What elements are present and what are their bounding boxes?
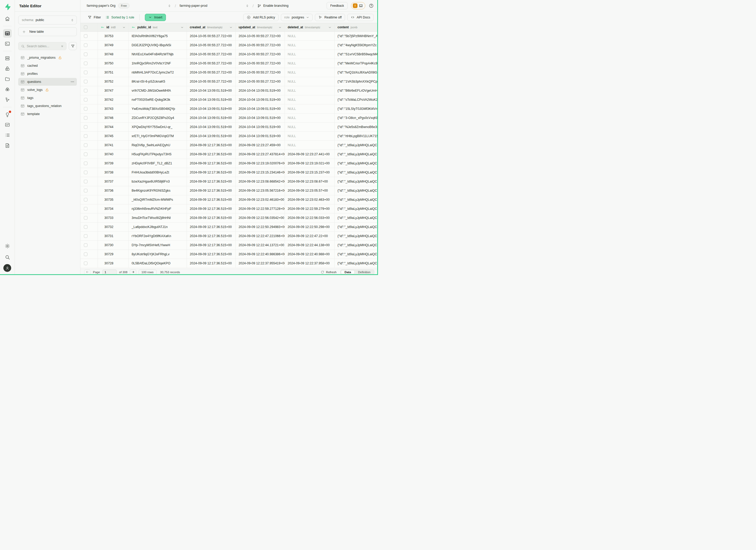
cell-deleted_at[interactable]: NULL bbox=[285, 104, 335, 113]
cell-public_id[interactable]: zHDq4c0F0VBF_TL2_dBZ1 bbox=[129, 159, 187, 168]
cell-created_at[interactable]: 2024-09-09 12:17:36.515+00 bbox=[187, 177, 236, 186]
cell-updated_at[interactable]: 2024-10-04 13:09:01.519+00 bbox=[236, 123, 285, 131]
cell-content[interactable]: {"id":"_Id9aLyJpMHQLaiQC bbox=[335, 241, 378, 250]
cell-created_at[interactable]: 2024-09-09 12:17:36.515+00 bbox=[187, 141, 236, 150]
api-docs-button[interactable]: API Docs bbox=[347, 14, 374, 21]
cell-updated_at[interactable]: 2024-10-04 13:09:01.519+00 bbox=[236, 132, 285, 140]
cell-created_at[interactable]: 2024-10-04 13:09:01.519+00 bbox=[187, 95, 236, 104]
row-checkbox[interactable] bbox=[84, 98, 87, 102]
cell-public_id[interactable]: YwEmuWdqT38XoSB048QYp bbox=[129, 104, 187, 113]
cell-public_id[interactable]: 8KraI-tSI-6-pSZcknaK5 bbox=[129, 77, 187, 86]
chevron-down-icon[interactable] bbox=[122, 26, 126, 29]
cell-content[interactable]: {"id":"_Id9aLyJpMHQLaiQC bbox=[335, 195, 378, 204]
cell-public_id[interactable]: vrIh7CMD-JtM1bOweMHfA bbox=[129, 86, 187, 95]
breadcrumb-project[interactable]: farming-paper-prod bbox=[180, 4, 207, 8]
cell-id[interactable]: 30736 bbox=[98, 186, 129, 195]
cell-created_at[interactable]: 2024-09-09 12:17:36.515+00 bbox=[187, 159, 236, 168]
chevron-down-icon[interactable] bbox=[180, 26, 184, 29]
nav-database[interactable] bbox=[3, 54, 12, 63]
column-header-public_id[interactable]: public_idtext bbox=[129, 23, 187, 31]
row-checkbox[interactable] bbox=[84, 234, 87, 238]
cell-id[interactable]: 30732 bbox=[98, 223, 129, 231]
cell-updated_at[interactable]: 2024-10-05 00:55:27.722+00 bbox=[236, 32, 285, 41]
row-checkbox[interactable] bbox=[84, 134, 87, 138]
cell-id[interactable]: 30735 bbox=[98, 195, 129, 204]
sidebar-table-solve_logs[interactable]: solve_logs bbox=[18, 86, 77, 94]
cell-updated_at[interactable]: 2024-10-04 13:09:01.519+00 bbox=[236, 86, 285, 95]
row-checkbox[interactable] bbox=[84, 125, 87, 129]
cell-public_id[interactable]: NhXEo1Xw04FnB4RzWTNjb bbox=[129, 50, 187, 59]
cell-created_at[interactable]: 2024-09-09 12:17:36.515+00 bbox=[187, 204, 236, 213]
cell-updated_at[interactable]: 2024-09-09 12:22:56.03542+00 bbox=[236, 213, 285, 222]
data-tab[interactable]: Data bbox=[341, 270, 355, 274]
row-checkbox[interactable] bbox=[84, 89, 87, 92]
cell-content[interactable]: {"id":"_Id9aLyJpMHQLaiQC bbox=[335, 150, 378, 159]
sidebar-table-template[interactable]: template bbox=[18, 110, 77, 118]
column-header-updated_at[interactable]: updated_attimestamptz bbox=[236, 23, 285, 31]
cell-public_id[interactable]: bzwXazHgax6UIR58j6Fn3 bbox=[129, 177, 187, 186]
cell-created_at[interactable]: 2024-09-09 12:17:36.515+00 bbox=[187, 186, 236, 195]
cell-created_at[interactable]: 2024-10-05 00:55:27.722+00 bbox=[187, 59, 236, 68]
cell-id[interactable]: 30737 bbox=[98, 177, 129, 186]
cell-content[interactable]: {"id":"4wyNgK55lOfrpmYZc bbox=[335, 41, 378, 50]
cell-updated_at[interactable]: 2024-09-09 12:22:44.13721+00 bbox=[236, 241, 285, 250]
cell-created_at[interactable]: 2024-09-09 12:17:36.515+00 bbox=[187, 259, 236, 268]
sort-button[interactable]: Sorted by 1 rule bbox=[105, 15, 134, 19]
row-checkbox[interactable] bbox=[84, 225, 87, 229]
cell-public_id[interactable]: nxFT002ISeRE-Qobg3K3k bbox=[129, 95, 187, 104]
cell-id[interactable]: 30746 bbox=[98, 113, 129, 122]
definition-tab[interactable]: Definition bbox=[355, 270, 374, 274]
cell-public_id[interactable]: nj336mN5reuRVNZrKHFpF bbox=[129, 204, 187, 213]
cell-updated_at[interactable]: 2024-09-09 12:23:02.46183+00 bbox=[236, 195, 285, 204]
row-checkbox[interactable] bbox=[84, 180, 87, 183]
cell-content[interactable]: {"id":"NJe5s8ZmBwnoB6e3s bbox=[335, 123, 378, 131]
cell-deleted_at[interactable]: NULL bbox=[285, 59, 335, 68]
cell-deleted_at[interactable]: NULL bbox=[285, 41, 335, 50]
cell-content[interactable]: {"id":"_Id9aLyJpMHQLaiQC bbox=[335, 232, 378, 240]
cell-updated_at[interactable]: 2024-09-09 12:23:08.668542+00 bbox=[236, 177, 285, 186]
cell-updated_at[interactable]: 2024-09-09 12:22:37.955419+00 bbox=[236, 259, 285, 268]
cell-id[interactable]: 30734 bbox=[98, 204, 129, 213]
cell-content[interactable]: {"id":"1VASb3phnXXkQPCpv bbox=[335, 77, 378, 86]
nav-sql-editor[interactable] bbox=[3, 39, 12, 48]
cell-created_at[interactable]: 2024-09-09 12:17:36.515+00 bbox=[187, 223, 236, 231]
cell-public_id[interactable]: FHHUioa3bidd00BHyLeZt bbox=[129, 168, 187, 177]
chevron-down-icon[interactable] bbox=[328, 26, 332, 29]
cell-deleted_at[interactable]: NULL bbox=[285, 77, 335, 86]
cell-content[interactable]: {"id":"rtHbLpgB8V11LUK7152 bbox=[335, 132, 378, 140]
cell-created_at[interactable]: 2024-10-04 13:09:01.519+00 bbox=[187, 123, 236, 131]
column-header-created_at[interactable]: created_attimestamptz bbox=[187, 23, 236, 31]
cell-deleted_at[interactable]: NULL bbox=[285, 123, 335, 131]
column-header-id[interactable]: idint8 bbox=[98, 23, 129, 31]
filter-tables-button[interactable] bbox=[69, 42, 77, 50]
cell-id[interactable]: 30751 bbox=[98, 68, 129, 77]
cell-created_at[interactable]: 2024-09-09 12:17:36.515+00 bbox=[187, 241, 236, 250]
cell-id[interactable]: 30728 bbox=[98, 259, 129, 268]
cell-deleted_at[interactable]: NULL bbox=[285, 95, 335, 104]
row-checkbox[interactable] bbox=[84, 152, 87, 156]
cell-created_at[interactable]: 2024-10-05 00:55:27.722+00 bbox=[187, 77, 236, 86]
schema-select[interactable]: schema: public bbox=[18, 16, 77, 24]
cell-updated_at[interactable]: 2024-10-05 00:55:27.722+00 bbox=[236, 59, 285, 68]
cell-created_at[interactable]: 2024-09-09 12:17:36.515+00 bbox=[187, 168, 236, 177]
cell-public_id[interactable]: DGEJfJZPQUV9Q-IBqsNSi bbox=[129, 41, 187, 50]
cell-id[interactable]: 30739 bbox=[98, 159, 129, 168]
settings-gear-icon[interactable] bbox=[3, 242, 12, 250]
cell-content[interactable]: {"id":"fvrQ1bXoJ6XaAD08G bbox=[335, 68, 378, 77]
cell-id[interactable]: 30741 bbox=[98, 141, 129, 150]
insert-button[interactable]: Insert bbox=[145, 14, 166, 21]
cell-public_id[interactable]: _l40sQIRTmMZfcm-MWMPs bbox=[129, 195, 187, 204]
nav-auth[interactable] bbox=[3, 64, 12, 73]
cell-id[interactable]: 30745 bbox=[98, 132, 129, 140]
chevrons-up-down-icon[interactable] bbox=[246, 4, 249, 8]
cell-deleted_at[interactable]: NULL bbox=[285, 113, 335, 122]
cell-content[interactable]: {"id":"_Id9aLyJpMHQLaiQC bbox=[335, 168, 378, 177]
cell-content[interactable]: {"id":"3-O8cn_xPgs0cVxqKE bbox=[335, 113, 378, 122]
nav-reports[interactable] bbox=[3, 120, 12, 129]
cell-id[interactable]: 30744 bbox=[98, 123, 129, 131]
cell-content[interactable]: {"id":"B6tr6eEFLrOVgeUmH bbox=[335, 86, 378, 95]
cell-id[interactable]: 30750 bbox=[98, 59, 129, 68]
filter-button[interactable]: Filter bbox=[88, 15, 101, 19]
cell-created_at[interactable]: 2024-09-09 12:17:36.515+00 bbox=[187, 213, 236, 222]
cell-updated_at[interactable]: 2024-09-09 12:23:19.020076+00 bbox=[236, 159, 285, 168]
